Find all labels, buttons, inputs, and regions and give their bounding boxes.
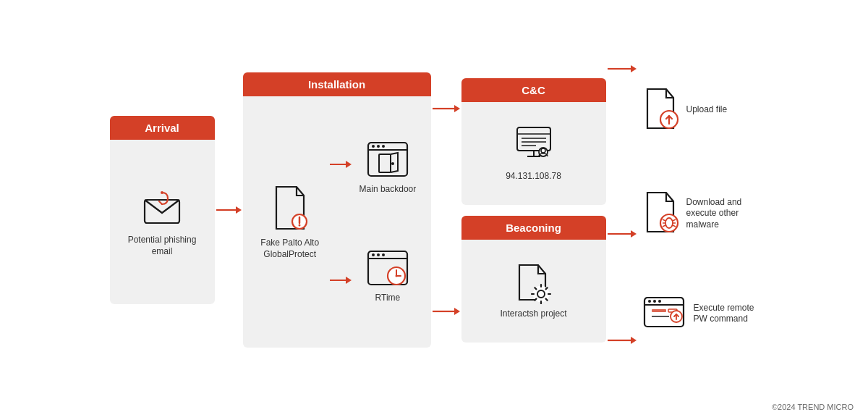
actions-col: Upload file [638,58,759,362]
arrow-to-download [608,227,637,241]
phishing-email-icon-wrap: Potential phishing email [121,187,204,257]
cc-beaconing-col: C&C [461,78,606,343]
installation-body: Fake Palto Alto GlobalProtect [243,96,431,348]
copyright: ©2024 TREND MICRO [772,403,854,411]
install-items-col: Main backdoor [359,114,417,331]
phishing-email-icon [140,187,184,230]
svg-rect-11 [368,143,407,176]
dropper-icon-wrap: Fake Palto Alto GlobalProtect [258,184,323,260]
svg-rect-31 [517,127,550,151]
svg-marker-10 [346,277,352,284]
svg-marker-55 [631,337,637,344]
svg-point-13 [372,145,375,148]
interactsh-label: Interactsh project [500,308,566,320]
upload-file-label: Upload file [686,104,728,116]
interactsh-icon [512,262,554,304]
cc-body: 94.131.108.78 [461,102,606,205]
interactsh-icon-wrap: Interactsh project [500,262,566,320]
split-arrows [330,143,352,302]
arrow-arrival-installation [216,203,242,217]
arrows-to-actions [608,58,637,362]
svg-rect-16 [379,154,391,172]
execute-remote-svg [642,293,686,331]
diagram-container: Arrival Potential phishing email [0,0,868,420]
svg-point-26 [395,275,397,277]
rtime-wrap: RTime [365,248,410,304]
execute-remote-label: Execute remote PW command [694,303,759,325]
arrow-to-execute [608,333,637,348]
svg-marker-8 [346,161,352,168]
execute-remote-item: Execute remote PW command [642,293,759,334]
beaconing-body: Interactsh project [461,240,606,343]
svg-point-22 [382,253,385,256]
cc-label: 94.131.108.78 [506,171,561,182]
cc-header: C&C [461,78,606,102]
svg-point-20 [372,253,375,256]
rtime-label: RTime [375,293,401,304]
main-backdoor-label: Main backdoor [359,184,417,196]
arrival-header: Arrival [110,116,215,140]
svg-marker-53 [631,230,637,238]
svg-point-15 [382,145,385,148]
arrows-to-ccbeacon [433,76,460,344]
upload-file-svg [642,86,679,131]
rtime-icon [365,248,410,288]
beaconing-panel: Beaconing [461,216,606,343]
arrival-body: Potential phishing email [110,140,215,304]
svg-point-38 [539,148,548,156]
split-arrow-bottom [330,273,352,287]
cc-panel: C&C [461,78,606,205]
arrival-panel: Arrival Potential phishing email [110,116,215,304]
cc-server-icon-wrap: 94.131.108.78 [506,125,561,182]
cc-server-icon [511,125,556,167]
dropper-icon [269,184,311,233]
arrow-to-cc [433,101,460,116]
svg-rect-71 [652,309,666,312]
main-backdoor-icon [365,140,410,180]
svg-marker-51 [631,65,637,72]
installation-panel: Installation Fake Palto Alto GlobalProte… [243,72,431,348]
svg-point-6 [298,224,300,226]
svg-line-49 [546,287,548,289]
svg-point-70 [658,300,661,303]
installation-header: Installation [243,72,431,96]
svg-marker-30 [454,308,460,315]
dropper-label: Fake Palto Alto GlobalProtect [258,238,323,260]
beaconing-header: Beaconing [461,216,606,240]
svg-point-14 [377,145,380,148]
download-execute-item: Download and execute other malware [642,190,752,238]
svg-point-1 [161,191,163,194]
upload-file-icon [642,86,679,134]
svg-point-69 [653,300,656,303]
upload-file-item: Upload file [642,86,728,134]
svg-point-21 [377,253,380,256]
download-execute-icon [642,190,679,238]
svg-point-68 [648,300,651,303]
phishing-email-label: Potential phishing email [121,235,204,257]
svg-line-47 [546,298,548,300]
svg-marker-28 [454,105,460,112]
main-backdoor-wrap: Main backdoor [359,140,417,196]
arrow-to-beaconing [433,304,460,319]
execute-remote-icon [642,293,686,334]
svg-line-48 [535,298,537,300]
download-execute-label: Download and execute other malware [686,197,752,231]
arrow-to-upload [608,62,637,76]
download-execute-svg [642,190,679,235]
svg-line-46 [535,287,537,289]
split-arrow-top [330,157,352,172]
svg-marker-3 [236,206,242,214]
svg-point-17 [391,162,394,165]
